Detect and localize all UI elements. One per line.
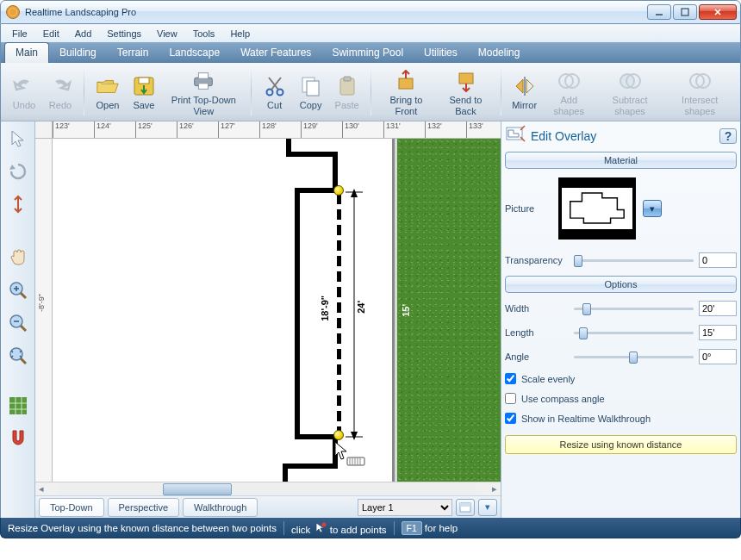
ribbon-tab-swimming-pool[interactable]: Swimming Pool xyxy=(321,43,414,63)
show-walkthrough-checkbox[interactable]: Show in Realtime Walkthrough xyxy=(505,413,737,424)
measure-line xyxy=(337,194,341,433)
open-button[interactable]: Open xyxy=(90,72,126,110)
svg-rect-15 xyxy=(399,78,413,89)
horizontal-ruler: 123'124'125'126'127'128'129'130'131'132'… xyxy=(53,121,501,139)
menu-help[interactable]: Help xyxy=(224,27,256,40)
paste-button[interactable]: Paste xyxy=(329,72,365,110)
width-slider[interactable] xyxy=(574,302,694,315)
send-back-icon xyxy=(454,69,478,93)
scale-evenly-checkbox[interactable]: Scale evenly xyxy=(505,373,737,384)
width-value[interactable] xyxy=(699,301,737,316)
vertical-ruler: -8'-9" xyxy=(35,139,53,482)
help-button[interactable]: ? xyxy=(719,128,737,144)
ribbon-tab-terrain[interactable]: Terrain xyxy=(107,43,159,63)
undo-button[interactable]: Undo xyxy=(6,72,42,110)
ruler-tick: 132' xyxy=(425,121,442,138)
options-group-header[interactable]: Options xyxy=(505,276,737,293)
menu-file[interactable]: File xyxy=(6,27,34,40)
svg-point-31 xyxy=(10,348,22,360)
tab-walkthrough[interactable]: Walkthrough xyxy=(183,498,258,517)
horizontal-scrollbar[interactable]: ◂ ▸ xyxy=(35,482,501,495)
width-label: Width xyxy=(505,303,569,314)
menu-view[interactable]: View xyxy=(151,27,184,40)
ruler-tick: 124' xyxy=(94,121,111,138)
length-label: Length xyxy=(505,327,569,338)
ribbon-tab-building[interactable]: Building xyxy=(49,43,107,63)
status-click-hint: click to add points xyxy=(291,520,387,535)
layer-visibility-button[interactable] xyxy=(456,499,475,516)
titlebar: Realtime Landscaping Pro xyxy=(0,0,741,24)
measure-point-bottom[interactable] xyxy=(333,430,344,440)
send-to-back-button[interactable]: Send to Back xyxy=(436,67,495,115)
svg-line-29 xyxy=(21,326,26,331)
svg-rect-39 xyxy=(460,503,470,507)
subtract-shapes-icon xyxy=(618,69,642,93)
menu-add[interactable]: Add xyxy=(69,27,98,40)
resize-known-distance-button[interactable]: Resize using known distance xyxy=(505,435,737,454)
transparency-value[interactable] xyxy=(699,252,737,268)
scissors-icon xyxy=(263,74,287,98)
ribbon-tab-landscape[interactable]: Landscape xyxy=(159,43,230,63)
ribbon-tabbar: MainBuildingTerrainLandscapeWater Featur… xyxy=(0,42,741,63)
tab-top-down[interactable]: Top-Down xyxy=(39,498,104,517)
angle-slider[interactable] xyxy=(574,350,694,364)
move-vertical-tool[interactable] xyxy=(4,190,32,218)
add-shapes-button[interactable]: Add shapes xyxy=(543,67,595,115)
select-tool[interactable] xyxy=(4,125,32,152)
ruler-tick: 127' xyxy=(218,121,235,138)
svg-rect-14 xyxy=(344,77,351,81)
menu-settings[interactable]: Settings xyxy=(101,27,147,40)
menubar: FileEditAddSettingsViewToolsHelp xyxy=(0,24,741,42)
ribbon-tab-utilities[interactable]: Utilities xyxy=(414,43,468,63)
minimize-button[interactable] xyxy=(647,4,671,20)
statusbar: Resize Overlay using the known distance … xyxy=(0,518,741,538)
transparency-slider[interactable] xyxy=(574,253,694,267)
compass-angle-checkbox[interactable]: Use compass angle xyxy=(505,393,737,404)
zoom-extents-tool[interactable] xyxy=(4,342,32,370)
length-value[interactable] xyxy=(699,325,737,340)
intersect-shapes-button[interactable]: Intersect shapes xyxy=(664,67,735,115)
dimension-arrows xyxy=(346,189,364,440)
angle-value[interactable] xyxy=(699,349,737,364)
plan-outline xyxy=(266,139,395,482)
vruler-label: -8'-9" xyxy=(37,294,46,312)
copy-button[interactable]: Copy xyxy=(293,72,329,110)
menu-edit[interactable]: Edit xyxy=(37,27,65,40)
menu-tools[interactable]: Tools xyxy=(187,27,221,40)
maximize-button[interactable] xyxy=(673,4,697,20)
ribbon-tab-water-features[interactable]: Water Features xyxy=(230,43,321,63)
layer-dropdown-button[interactable]: ▾ xyxy=(478,499,497,516)
close-button[interactable] xyxy=(699,4,737,20)
save-button[interactable]: Save xyxy=(126,72,162,110)
measure-point-top[interactable] xyxy=(333,185,344,196)
printer-icon xyxy=(191,69,215,93)
rotate-tool[interactable] xyxy=(4,158,32,185)
layer-select[interactable]: Layer 1 xyxy=(358,499,452,516)
zoom-out-tool[interactable] xyxy=(4,309,32,337)
overlay-picture-preview xyxy=(558,177,636,240)
svg-rect-33 xyxy=(9,397,27,414)
ribbon-tab-main[interactable]: Main xyxy=(4,42,49,63)
grid-toggle[interactable] xyxy=(4,392,32,420)
mirror-button[interactable]: Mirror xyxy=(507,72,543,110)
print-button[interactable]: Print Top-Down View xyxy=(162,67,246,115)
svg-point-10 xyxy=(277,90,283,96)
material-group-header[interactable]: Material xyxy=(505,152,737,169)
snap-toggle[interactable] xyxy=(4,425,32,452)
pan-tool[interactable] xyxy=(4,244,32,271)
length-slider[interactable] xyxy=(574,326,694,339)
cursor-icon xyxy=(333,440,368,470)
copy-icon xyxy=(299,74,323,98)
redo-button[interactable]: Redo xyxy=(42,72,78,110)
picture-dropdown-button[interactable]: ▾ xyxy=(643,200,662,217)
zoom-in-tool[interactable] xyxy=(4,277,32,304)
scrollbar-thumb[interactable] xyxy=(163,483,232,495)
ribbon-tab-modeling[interactable]: Modeling xyxy=(468,43,531,63)
subtract-shapes-button[interactable]: Subtract shapes xyxy=(595,67,665,115)
tab-perspective[interactable]: Perspective xyxy=(108,498,179,517)
dim-grass: 15' xyxy=(401,304,411,317)
design-canvas[interactable]: 24' 18'-9" 15' xyxy=(53,139,501,482)
ruler-tick: 129' xyxy=(301,121,318,138)
bring-to-front-button[interactable]: Bring to Front xyxy=(377,67,437,115)
cut-button[interactable]: Cut xyxy=(257,72,293,110)
